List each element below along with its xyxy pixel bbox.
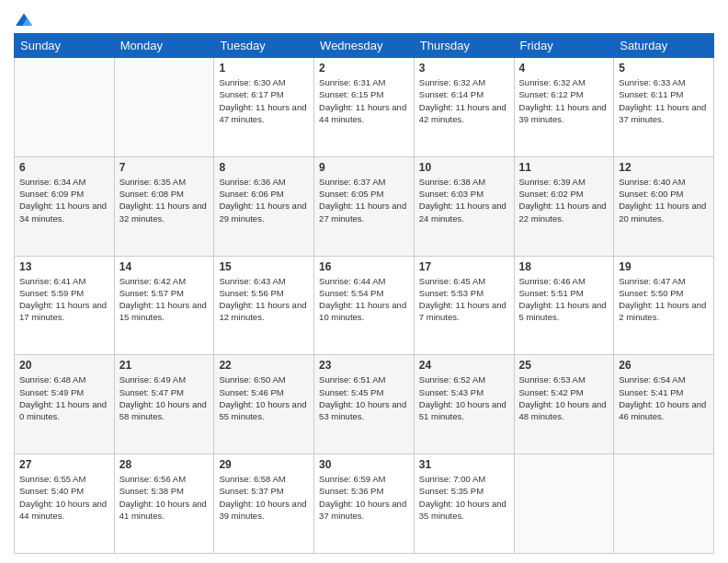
- cell-info: Sunrise: 6:43 AM Sunset: 5:56 PM Dayligh…: [219, 275, 309, 324]
- cell-info: Sunrise: 6:50 AM Sunset: 5:46 PM Dayligh…: [219, 373, 309, 422]
- day-number: 2: [319, 62, 409, 75]
- calendar-cell: 4Sunrise: 6:32 AM Sunset: 6:12 PM Daylig…: [514, 58, 614, 157]
- cell-info: Sunrise: 7:00 AM Sunset: 5:35 PM Dayligh…: [419, 473, 509, 522]
- logo-icon: [16, 9, 32, 26]
- calendar-header-row: SundayMondayTuesdayWednesdayThursdayFrid…: [15, 34, 714, 58]
- day-number: 18: [519, 260, 609, 273]
- col-header-tuesday: Tuesday: [214, 34, 314, 58]
- cell-info: Sunrise: 6:52 AM Sunset: 5:43 PM Dayligh…: [419, 373, 509, 422]
- day-number: 29: [219, 458, 309, 471]
- calendar-cell: 10Sunrise: 6:38 AM Sunset: 6:03 PM Dayli…: [414, 156, 514, 256]
- cell-info: Sunrise: 6:46 AM Sunset: 5:51 PM Dayligh…: [519, 275, 609, 324]
- cell-info: Sunrise: 6:33 AM Sunset: 6:11 PM Dayligh…: [619, 76, 709, 125]
- col-header-monday: Monday: [114, 34, 214, 58]
- calendar-cell: 14Sunrise: 6:42 AM Sunset: 5:57 PM Dayli…: [114, 256, 214, 355]
- cell-info: Sunrise: 6:42 AM Sunset: 5:57 PM Dayligh…: [119, 275, 210, 324]
- cell-info: Sunrise: 6:53 AM Sunset: 5:42 PM Dayligh…: [519, 373, 609, 422]
- calendar-week-row: 1Sunrise: 6:30 AM Sunset: 6:17 PM Daylig…: [15, 58, 714, 157]
- page: SundayMondayTuesdayWednesdayThursdayFrid…: [0, 0, 728, 563]
- calendar-cell: 31Sunrise: 7:00 AM Sunset: 5:35 PM Dayli…: [414, 454, 514, 554]
- calendar-week-row: 20Sunrise: 6:48 AM Sunset: 5:49 PM Dayli…: [15, 355, 714, 454]
- calendar-cell: 17Sunrise: 6:45 AM Sunset: 5:53 PM Dayli…: [414, 256, 514, 355]
- cell-info: Sunrise: 6:39 AM Sunset: 6:02 PM Dayligh…: [519, 176, 609, 224]
- day-number: 3: [419, 62, 509, 75]
- col-header-saturday: Saturday: [614, 34, 714, 58]
- day-number: 7: [119, 161, 210, 174]
- calendar-cell: 30Sunrise: 6:59 AM Sunset: 5:36 PM Dayli…: [314, 454, 415, 554]
- calendar-cell: 13Sunrise: 6:41 AM Sunset: 5:59 PM Dayli…: [15, 256, 115, 355]
- cell-info: Sunrise: 6:30 AM Sunset: 6:17 PM Dayligh…: [219, 76, 309, 125]
- day-number: 12: [619, 161, 709, 174]
- calendar-week-row: 27Sunrise: 6:55 AM Sunset: 5:40 PM Dayli…: [15, 454, 714, 554]
- cell-info: Sunrise: 6:44 AM Sunset: 5:54 PM Dayligh…: [319, 275, 409, 324]
- day-number: 23: [319, 359, 409, 372]
- calendar-cell: 29Sunrise: 6:58 AM Sunset: 5:37 PM Dayli…: [214, 454, 314, 554]
- day-number: 8: [219, 161, 309, 174]
- day-number: 9: [319, 161, 409, 174]
- calendar-cell: 22Sunrise: 6:50 AM Sunset: 5:46 PM Dayli…: [214, 355, 314, 454]
- calendar-cell: 8Sunrise: 6:36 AM Sunset: 6:06 PM Daylig…: [214, 156, 314, 256]
- cell-info: Sunrise: 6:56 AM Sunset: 5:38 PM Dayligh…: [119, 473, 210, 522]
- cell-info: Sunrise: 6:47 AM Sunset: 5:50 PM Dayligh…: [619, 275, 709, 324]
- col-header-friday: Friday: [514, 34, 614, 58]
- calendar-cell: 11Sunrise: 6:39 AM Sunset: 6:02 PM Dayli…: [514, 156, 614, 256]
- cell-info: Sunrise: 6:40 AM Sunset: 6:00 PM Dayligh…: [619, 176, 709, 224]
- calendar-cell: 15Sunrise: 6:43 AM Sunset: 5:56 PM Dayli…: [214, 256, 314, 355]
- day-number: 26: [619, 359, 709, 372]
- cell-info: Sunrise: 6:51 AM Sunset: 5:45 PM Dayligh…: [319, 373, 409, 422]
- cell-info: Sunrise: 6:45 AM Sunset: 5:53 PM Dayligh…: [419, 275, 509, 324]
- header: [14, 9, 714, 26]
- calendar-cell: [614, 454, 714, 554]
- calendar-cell: 25Sunrise: 6:53 AM Sunset: 5:42 PM Dayli…: [514, 355, 614, 454]
- day-number: 27: [19, 458, 109, 471]
- calendar-cell: 24Sunrise: 6:52 AM Sunset: 5:43 PM Dayli…: [414, 355, 514, 454]
- logo: [14, 9, 32, 26]
- col-header-sunday: Sunday: [15, 34, 115, 58]
- day-number: 25: [519, 359, 609, 372]
- cell-info: Sunrise: 6:32 AM Sunset: 6:12 PM Dayligh…: [519, 76, 609, 125]
- calendar-cell: 3Sunrise: 6:32 AM Sunset: 6:14 PM Daylig…: [414, 58, 514, 157]
- calendar-cell: 2Sunrise: 6:31 AM Sunset: 6:15 PM Daylig…: [314, 58, 415, 157]
- day-number: 24: [419, 359, 509, 372]
- calendar-cell: 6Sunrise: 6:34 AM Sunset: 6:09 PM Daylig…: [15, 156, 115, 256]
- day-number: 20: [19, 359, 109, 372]
- calendar-cell: 18Sunrise: 6:46 AM Sunset: 5:51 PM Dayli…: [514, 256, 614, 355]
- cell-info: Sunrise: 6:55 AM Sunset: 5:40 PM Dayligh…: [19, 473, 109, 522]
- calendar-cell: 21Sunrise: 6:49 AM Sunset: 5:47 PM Dayli…: [114, 355, 214, 454]
- day-number: 17: [419, 260, 509, 273]
- calendar-cell: 16Sunrise: 6:44 AM Sunset: 5:54 PM Dayli…: [314, 256, 415, 355]
- calendar-cell: [15, 58, 115, 157]
- cell-info: Sunrise: 6:59 AM Sunset: 5:36 PM Dayligh…: [319, 473, 409, 522]
- day-number: 14: [119, 260, 210, 273]
- calendar-cell: 28Sunrise: 6:56 AM Sunset: 5:38 PM Dayli…: [114, 454, 214, 554]
- calendar-cell: 20Sunrise: 6:48 AM Sunset: 5:49 PM Dayli…: [15, 355, 115, 454]
- day-number: 11: [519, 161, 609, 174]
- cell-info: Sunrise: 6:41 AM Sunset: 5:59 PM Dayligh…: [19, 275, 109, 324]
- calendar-cell: 26Sunrise: 6:54 AM Sunset: 5:41 PM Dayli…: [614, 355, 714, 454]
- day-number: 16: [319, 260, 409, 273]
- day-number: 21: [119, 359, 210, 372]
- day-number: 1: [219, 62, 309, 75]
- calendar-cell: 27Sunrise: 6:55 AM Sunset: 5:40 PM Dayli…: [15, 454, 115, 554]
- cell-info: Sunrise: 6:36 AM Sunset: 6:06 PM Dayligh…: [219, 176, 309, 224]
- day-number: 10: [419, 161, 509, 174]
- cell-info: Sunrise: 6:38 AM Sunset: 6:03 PM Dayligh…: [419, 176, 509, 224]
- calendar-cell: 12Sunrise: 6:40 AM Sunset: 6:00 PM Dayli…: [614, 156, 714, 256]
- day-number: 31: [419, 458, 509, 471]
- cell-info: Sunrise: 6:49 AM Sunset: 5:47 PM Dayligh…: [119, 373, 210, 422]
- col-header-wednesday: Wednesday: [314, 34, 415, 58]
- cell-info: Sunrise: 6:58 AM Sunset: 5:37 PM Dayligh…: [219, 473, 309, 522]
- calendar-table: SundayMondayTuesdayWednesdayThursdayFrid…: [14, 33, 714, 554]
- day-number: 28: [119, 458, 210, 471]
- calendar-week-row: 6Sunrise: 6:34 AM Sunset: 6:09 PM Daylig…: [15, 156, 714, 256]
- calendar-cell: 9Sunrise: 6:37 AM Sunset: 6:05 PM Daylig…: [314, 156, 415, 256]
- cell-info: Sunrise: 6:37 AM Sunset: 6:05 PM Dayligh…: [319, 176, 409, 224]
- day-number: 22: [219, 359, 309, 372]
- day-number: 5: [619, 62, 709, 75]
- cell-info: Sunrise: 6:54 AM Sunset: 5:41 PM Dayligh…: [619, 373, 709, 422]
- cell-info: Sunrise: 6:32 AM Sunset: 6:14 PM Dayligh…: [419, 76, 509, 125]
- cell-info: Sunrise: 6:34 AM Sunset: 6:09 PM Dayligh…: [19, 176, 109, 224]
- day-number: 15: [219, 260, 309, 273]
- cell-info: Sunrise: 6:48 AM Sunset: 5:49 PM Dayligh…: [19, 373, 109, 422]
- cell-info: Sunrise: 6:35 AM Sunset: 6:08 PM Dayligh…: [119, 176, 210, 224]
